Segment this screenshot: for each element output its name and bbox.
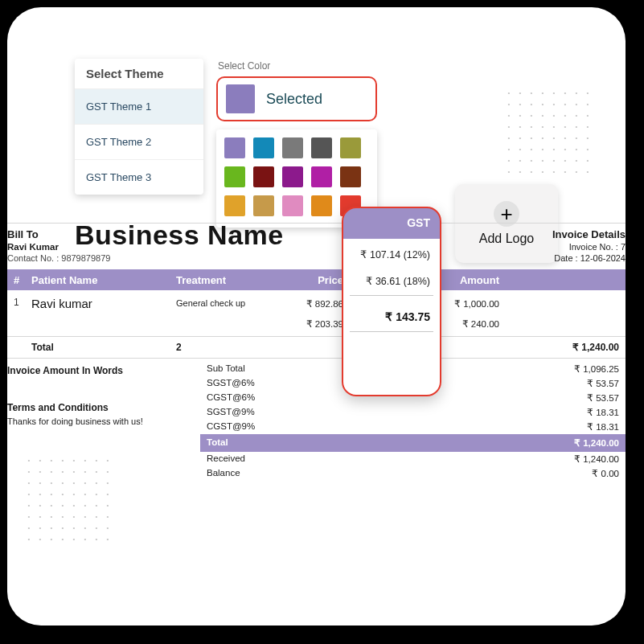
col-patient: Patient Name bbox=[31, 274, 176, 286]
theme-item-3[interactable]: GST Theme 3 bbox=[75, 159, 203, 195]
invoice-details-title: Invoice Details bbox=[552, 228, 626, 240]
color-swatch[interactable] bbox=[311, 195, 332, 216]
color-swatch[interactable] bbox=[282, 166, 303, 187]
gst-head: GST bbox=[343, 208, 440, 239]
color-swatch[interactable] bbox=[282, 195, 303, 216]
color-swatch[interactable] bbox=[282, 137, 303, 158]
invoice-no: Invoice No. : 7 bbox=[552, 242, 626, 252]
color-swatch[interactable] bbox=[253, 137, 274, 158]
color-swatch[interactable] bbox=[311, 137, 332, 158]
col-treatment: Treatment bbox=[176, 274, 273, 286]
table-row: 1 Ravi kumar General check up ₹ 892.86 ₹… bbox=[7, 290, 626, 317]
bill-to-title: Bill To bbox=[7, 228, 110, 240]
col-price: Price bbox=[273, 274, 343, 286]
customer-contact: Contact No. : 9879879879 bbox=[7, 253, 110, 263]
color-swatch[interactable] bbox=[224, 195, 245, 216]
selected-color-text: Selected bbox=[266, 91, 322, 108]
gst-line-1: ₹ 107.14 (12%) bbox=[343, 239, 440, 260]
selected-color[interactable]: Selected bbox=[216, 76, 377, 121]
color-swatch[interactable] bbox=[311, 166, 332, 187]
color-label: Select Color bbox=[216, 59, 377, 76]
col-index: # bbox=[7, 274, 31, 286]
color-section: Select Color Selected bbox=[216, 59, 377, 228]
table-total-row: Total 2 ₹ 1,240.00 bbox=[7, 336, 626, 359]
gst-total: ₹ 143.75 bbox=[343, 296, 440, 323]
amount-in-words-label: Invoice Amount In Words bbox=[7, 365, 200, 376]
theme-panel: Select Theme GST Theme 1 GST Theme 2 GST… bbox=[75, 59, 203, 195]
color-swatch[interactable] bbox=[224, 137, 245, 158]
theme-item-1[interactable]: GST Theme 1 bbox=[75, 88, 203, 124]
selected-swatch bbox=[226, 84, 255, 113]
color-swatch[interactable] bbox=[253, 166, 274, 187]
gst-highlight-overlay: GST ₹ 107.14 (12%) ₹ 36.61 (18%) ₹ 143.7… bbox=[342, 207, 441, 396]
color-swatch[interactable] bbox=[340, 137, 361, 158]
table-row: ₹ 203.39 ₹ 240.00 bbox=[7, 317, 626, 336]
invoice: Bill To Ravi Kumar Contact No. : 9879879… bbox=[7, 219, 626, 481]
color-swatch[interactable] bbox=[224, 166, 245, 187]
invoice-date: Date : 12-06-2024 bbox=[552, 253, 626, 263]
table-head: # Patient Name Treatment Price Amount bbox=[7, 269, 626, 290]
customer-name: Ravi Kumar bbox=[7, 242, 110, 252]
terms-title: Terms and Conditions bbox=[7, 402, 200, 413]
theme-header: Select Theme bbox=[75, 59, 203, 88]
col-amount: Amount bbox=[432, 274, 506, 286]
palette-row-1 bbox=[224, 166, 369, 187]
palette-row-0 bbox=[224, 137, 369, 158]
color-swatch[interactable] bbox=[253, 195, 274, 216]
gst-line-2: ₹ 36.61 (18%) bbox=[343, 260, 440, 287]
terms-body: Thanks for doing business with us! bbox=[7, 416, 200, 426]
color-swatch[interactable] bbox=[340, 166, 361, 187]
theme-item-2[interactable]: GST Theme 2 bbox=[75, 124, 203, 159]
